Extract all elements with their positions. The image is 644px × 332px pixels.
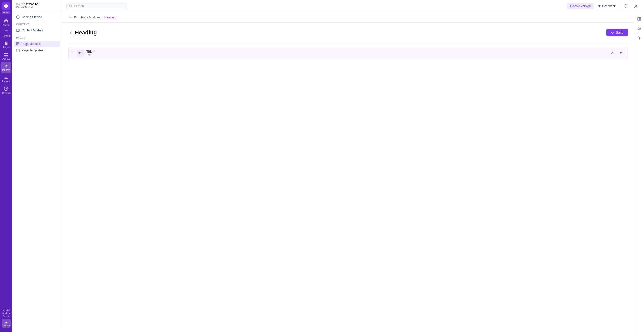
user-info: Joel Varity USA bbox=[16, 6, 59, 8]
nav-page-modules[interactable]: Page Modules bbox=[14, 41, 60, 47]
search-box[interactable]: Search bbox=[66, 3, 127, 9]
sidebar-bottom: days left Developer Edition Upgrade bbox=[0, 309, 12, 330]
svg-rect-0 bbox=[5, 31, 8, 31]
sidebar-item-home[interactable]: Home bbox=[1, 17, 11, 28]
svg-point-13 bbox=[635, 5, 637, 6]
svg-rect-4 bbox=[6, 53, 8, 54]
settings-icon bbox=[4, 86, 8, 91]
field-info: Title * Text bbox=[86, 50, 607, 56]
version-info: Next 13 2022-11-18 bbox=[16, 3, 59, 6]
profile-button[interactable] bbox=[632, 2, 640, 10]
field-delete-button[interactable] bbox=[618, 50, 625, 57]
sidebar-icon-1 bbox=[637, 17, 641, 21]
topbar-left: Search bbox=[66, 3, 567, 9]
upgrade-button[interactable]: Upgrade bbox=[2, 319, 11, 328]
pages-icon bbox=[4, 41, 8, 46]
sidebar: Beta V1 Home Content Pages Assets Models… bbox=[0, 0, 12, 332]
feedback-button[interactable]: Feedback bbox=[596, 3, 618, 9]
field-type-icon: I I bbox=[77, 50, 84, 57]
svg-rect-3 bbox=[4, 53, 6, 54]
svg-rect-6 bbox=[6, 55, 8, 56]
bell-icon bbox=[624, 4, 628, 8]
content-icon bbox=[4, 30, 8, 34]
content-area: › Page Modules › Heading Heading bbox=[62, 12, 644, 332]
topbar: Search Classic Version Feedback bbox=[62, 0, 644, 12]
sidebar-item-assets[interactable]: Assets bbox=[1, 51, 11, 62]
content-section-label: CONTENT bbox=[14, 21, 60, 27]
right-sidebar bbox=[634, 12, 644, 332]
field-required-indicator: * bbox=[93, 50, 95, 53]
edit-icon bbox=[611, 51, 614, 55]
right-sidebar-button-3[interactable] bbox=[635, 34, 643, 42]
breadcrumb-menu-icon[interactable] bbox=[68, 15, 72, 19]
home-icon bbox=[4, 18, 8, 23]
topbar-divider bbox=[620, 4, 620, 9]
nav-page-templates[interactable]: Page Templates bbox=[14, 47, 60, 53]
content-models-icon bbox=[16, 29, 20, 32]
field-edit-button[interactable] bbox=[609, 50, 616, 57]
breadcrumb-chevron-1: › bbox=[78, 16, 79, 19]
svg-rect-5 bbox=[4, 55, 6, 56]
breadcrumb-home[interactable] bbox=[73, 15, 77, 19]
logo-icon bbox=[4, 4, 9, 9]
page-content: Heading Save ⠿ bbox=[62, 23, 634, 332]
home-breadcrumb-icon bbox=[73, 15, 77, 19]
sidebar-item-settings[interactable]: Settings bbox=[1, 85, 11, 96]
svg-text:I: I bbox=[79, 52, 79, 55]
svg-rect-10 bbox=[16, 29, 19, 32]
main-area: Search Classic Version Feedback bbox=[62, 0, 644, 332]
notifications-button[interactable] bbox=[622, 2, 630, 10]
getting-started-icon bbox=[16, 15, 20, 19]
svg-rect-2 bbox=[5, 33, 7, 33]
svg-point-20 bbox=[639, 38, 640, 39]
menu-icon bbox=[68, 15, 72, 19]
svg-rect-1 bbox=[5, 32, 8, 32]
breadcrumb-chevron-2: › bbox=[102, 16, 103, 19]
field-row: ⠿ I I Title * Text bbox=[68, 47, 628, 59]
sidebar-item-reports[interactable]: Reports bbox=[1, 73, 11, 84]
left-panel-nav: Getting Started CONTENT Content Models P… bbox=[12, 11, 62, 56]
sidebar-icon-3 bbox=[637, 36, 641, 40]
star-icon bbox=[598, 4, 601, 8]
nav-content-models[interactable]: Content Models bbox=[14, 27, 60, 33]
field-divider bbox=[68, 43, 628, 43]
save-button[interactable]: Save bbox=[606, 29, 628, 36]
page-templates-icon bbox=[16, 49, 20, 52]
field-type: Text bbox=[86, 53, 607, 56]
sidebar-item-pages[interactable]: Pages bbox=[1, 40, 11, 50]
page-modules-icon bbox=[16, 42, 20, 46]
sidebar-item-models[interactable]: Models bbox=[1, 62, 11, 73]
svg-point-19 bbox=[638, 37, 639, 38]
field-actions bbox=[609, 50, 625, 57]
delete-icon bbox=[619, 51, 623, 55]
right-sidebar-button-2[interactable] bbox=[635, 25, 643, 32]
svg-point-12 bbox=[69, 5, 72, 7]
sidebar-item-content[interactable]: Content bbox=[1, 28, 11, 39]
breadcrumb-current: Heading bbox=[104, 16, 116, 19]
back-arrow-button[interactable] bbox=[68, 30, 73, 35]
assets-icon bbox=[4, 52, 8, 57]
back-arrow-icon bbox=[68, 30, 73, 35]
search-placeholder: Search bbox=[74, 4, 84, 8]
svg-rect-16 bbox=[639, 17, 641, 19]
svg-rect-15 bbox=[638, 17, 639, 20]
svg-rect-17 bbox=[639, 19, 641, 20]
topbar-right: Classic Version Feedback bbox=[567, 2, 640, 10]
nav-getting-started[interactable]: Getting Started bbox=[14, 14, 60, 20]
drag-handle[interactable]: ⠿ bbox=[72, 51, 74, 55]
app-logo[interactable] bbox=[2, 2, 10, 10]
breadcrumb: › Page Modules › Heading bbox=[62, 12, 634, 23]
text-field-icon: I bbox=[78, 51, 82, 55]
models-icon bbox=[4, 64, 8, 68]
page-title: Heading bbox=[68, 29, 97, 36]
upgrade-icon bbox=[4, 320, 8, 324]
left-panel: Next 13 2022-11-18 Joel Varity USA Getti… bbox=[12, 0, 62, 332]
svg-rect-11 bbox=[16, 49, 19, 52]
right-sidebar-button-1[interactable] bbox=[635, 15, 643, 23]
profile-icon bbox=[634, 4, 638, 8]
days-left-label: days left Developer Edition bbox=[0, 309, 12, 318]
classic-version-button[interactable]: Classic Version bbox=[567, 3, 594, 9]
field-name: Title * bbox=[86, 50, 607, 53]
checkmark-icon bbox=[611, 31, 614, 34]
breadcrumb-page-modules[interactable]: Page Modules bbox=[81, 16, 100, 19]
